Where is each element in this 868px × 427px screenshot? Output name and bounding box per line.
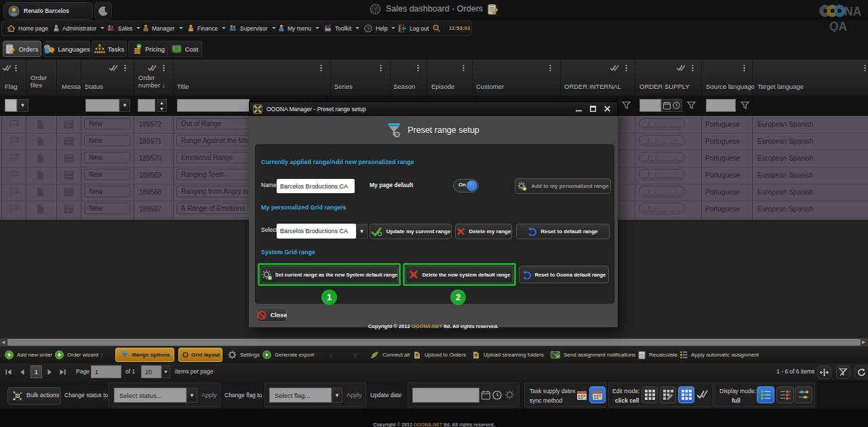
- svg-text:?: ?: [367, 25, 370, 31]
- svg-text:QA: QA: [829, 20, 848, 33]
- svg-text:NA: NA: [844, 5, 862, 18]
